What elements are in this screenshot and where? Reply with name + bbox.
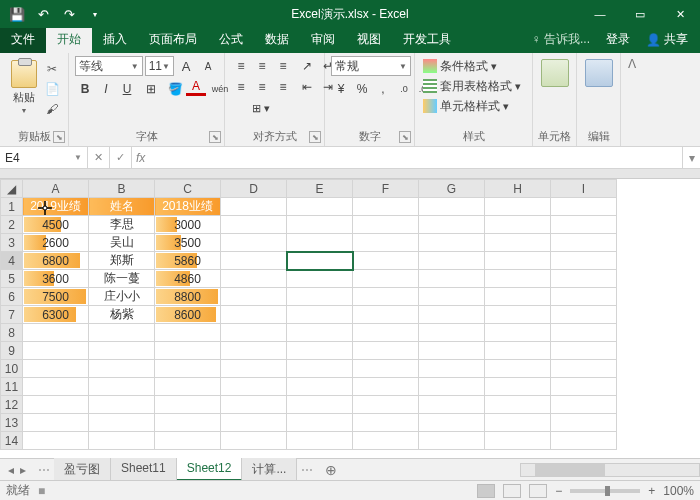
cell-C13[interactable] xyxy=(155,414,221,432)
zoom-slider[interactable] xyxy=(570,489,640,493)
cut-button[interactable]: ✂ xyxy=(42,60,62,78)
cell-A6[interactable]: 7500 xyxy=(23,288,89,306)
align-left-button[interactable]: ≡ xyxy=(231,77,251,97)
cell-B1[interactable]: 姓名 xyxy=(89,198,155,216)
cell-I8[interactable] xyxy=(551,324,617,342)
tab-developer[interactable]: 开发工具 xyxy=(392,26,462,53)
cell-D6[interactable] xyxy=(221,288,287,306)
align-right-button[interactable]: ≡ xyxy=(273,77,293,97)
decrease-font-button[interactable]: A xyxy=(198,56,218,76)
cell-I9[interactable] xyxy=(551,342,617,360)
cell-F11[interactable] xyxy=(353,378,419,396)
cell-G8[interactable] xyxy=(419,324,485,342)
cell-A11[interactable] xyxy=(23,378,89,396)
cell-A13[interactable] xyxy=(23,414,89,432)
cell-G9[interactable] xyxy=(419,342,485,360)
align-dialog-launcher[interactable]: ⬊ xyxy=(309,131,321,143)
border-button[interactable]: ⊞ xyxy=(141,79,161,99)
enter-formula-button[interactable]: ✓ xyxy=(110,147,132,168)
page-layout-view-button[interactable] xyxy=(503,484,521,498)
cell-B6[interactable]: 庄小小 xyxy=(89,288,155,306)
tab-insert[interactable]: 插入 xyxy=(92,26,138,53)
cell-D3[interactable] xyxy=(221,234,287,252)
cell-E11[interactable] xyxy=(287,378,353,396)
cell-H10[interactable] xyxy=(485,360,551,378)
font-name-combo[interactable]: 等线▼ xyxy=(75,56,143,76)
sheet-nav-next[interactable]: ▸ xyxy=(20,463,26,477)
conditional-format-button[interactable]: 条件格式 ▾ xyxy=(421,56,526,76)
cell-F8[interactable] xyxy=(353,324,419,342)
cell-C14[interactable] xyxy=(155,432,221,450)
cell-H4[interactable] xyxy=(485,252,551,270)
cell-B7[interactable]: 杨紫 xyxy=(89,306,155,324)
cell-I13[interactable] xyxy=(551,414,617,432)
cell-A3[interactable]: 2600 xyxy=(23,234,89,252)
row-header-5[interactable]: 5 xyxy=(1,270,23,288)
cell-B10[interactable] xyxy=(89,360,155,378)
cell-E6[interactable] xyxy=(287,288,353,306)
cell-A7[interactable]: 6300 xyxy=(23,306,89,324)
cell-B3[interactable]: 吴山 xyxy=(89,234,155,252)
comma-button[interactable]: , xyxy=(373,79,393,99)
zoom-level[interactable]: 100% xyxy=(663,484,694,498)
tab-page-layout[interactable]: 页面布局 xyxy=(138,26,208,53)
cell-G2[interactable] xyxy=(419,216,485,234)
cell-C11[interactable] xyxy=(155,378,221,396)
cell-D12[interactable] xyxy=(221,396,287,414)
font-dialog-launcher[interactable]: ⬊ xyxy=(209,131,221,143)
cell-D8[interactable] xyxy=(221,324,287,342)
horizontal-scrollbar[interactable] xyxy=(520,463,700,477)
cell-B14[interactable] xyxy=(89,432,155,450)
cell-F1[interactable] xyxy=(353,198,419,216)
percent-button[interactable]: % xyxy=(352,79,372,99)
cell-I7[interactable] xyxy=(551,306,617,324)
copy-button[interactable]: 📄 xyxy=(42,80,62,98)
sheet-more-left[interactable]: ⋯ xyxy=(34,463,54,477)
number-format-combo[interactable]: 常规▼ xyxy=(331,56,411,76)
cell-F12[interactable] xyxy=(353,396,419,414)
cell-B12[interactable] xyxy=(89,396,155,414)
cell-D1[interactable] xyxy=(221,198,287,216)
cell-H2[interactable] xyxy=(485,216,551,234)
cell-G14[interactable] xyxy=(419,432,485,450)
cell-A14[interactable] xyxy=(23,432,89,450)
cell-G1[interactable] xyxy=(419,198,485,216)
cell-D2[interactable] xyxy=(221,216,287,234)
sheet-nav-prev[interactable]: ◂ xyxy=(8,463,14,477)
sheet-tab-Sheet11[interactable]: Sheet11 xyxy=(111,458,177,481)
cell-D7[interactable] xyxy=(221,306,287,324)
cell-C9[interactable] xyxy=(155,342,221,360)
cell-B8[interactable] xyxy=(89,324,155,342)
cell-C2[interactable]: 3000 xyxy=(155,216,221,234)
cell-I4[interactable] xyxy=(551,252,617,270)
cell-G11[interactable] xyxy=(419,378,485,396)
increase-decimal-button[interactable]: .0 xyxy=(394,79,414,99)
cell-C4[interactable]: 5860 xyxy=(155,252,221,270)
cell-E7[interactable] xyxy=(287,306,353,324)
col-header-E[interactable]: E xyxy=(287,180,353,198)
cell-F4[interactable] xyxy=(353,252,419,270)
cell-F14[interactable] xyxy=(353,432,419,450)
undo-button[interactable]: ↶ xyxy=(32,3,54,25)
macro-record-button[interactable]: ■ xyxy=(38,484,45,498)
cell-B9[interactable] xyxy=(89,342,155,360)
cell-D13[interactable] xyxy=(221,414,287,432)
format-painter-button[interactable]: 🖌 xyxy=(42,100,62,118)
cell-A4[interactable]: 6800 xyxy=(23,252,89,270)
cell-I2[interactable] xyxy=(551,216,617,234)
cell-H1[interactable] xyxy=(485,198,551,216)
row-header-10[interactable]: 10 xyxy=(1,360,23,378)
scrollbar-thumb[interactable] xyxy=(535,464,605,476)
cell-C12[interactable] xyxy=(155,396,221,414)
format-as-table-button[interactable]: 套用表格格式 ▾ xyxy=(421,76,526,96)
italic-button[interactable]: I xyxy=(96,79,116,99)
cell-G10[interactable] xyxy=(419,360,485,378)
zoom-in-button[interactable]: + xyxy=(648,484,655,498)
select-all-cell[interactable]: ◢ xyxy=(1,180,23,198)
sheet-tab-Sheet12[interactable]: Sheet12 xyxy=(177,458,243,481)
normal-view-button[interactable] xyxy=(477,484,495,498)
cell-I14[interactable] xyxy=(551,432,617,450)
row-header-1[interactable]: 1 xyxy=(1,198,23,216)
col-header-D[interactable]: D xyxy=(221,180,287,198)
cell-G7[interactable] xyxy=(419,306,485,324)
